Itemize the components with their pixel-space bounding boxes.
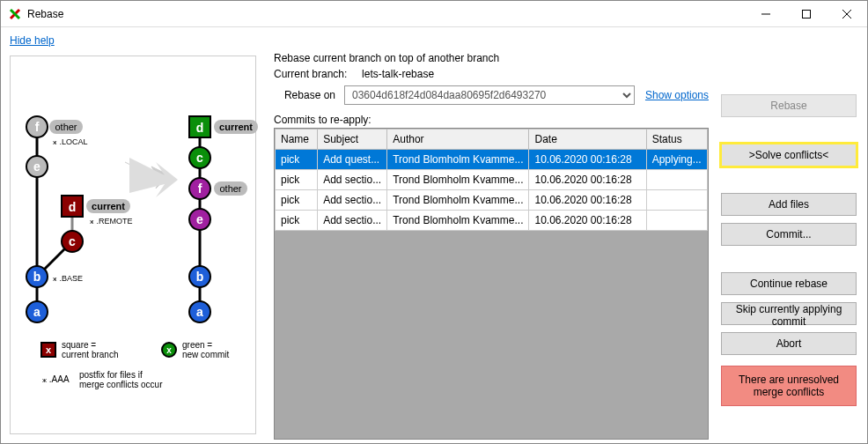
help-bar: Hide help: [1, 27, 867, 50]
svg-text:f: f: [35, 120, 40, 134]
cell-date: 10.06.2020 00:16:28: [529, 170, 646, 190]
current-branch-value: lets-talk-rebase: [362, 68, 434, 80]
continue-rebase-button[interactable]: Continue rebase: [721, 272, 857, 295]
svg-text:postfix for files if: postfix for files if: [79, 370, 143, 380]
table-row[interactable]: pickAdd quest...Trond Blomholm Kvamme...…: [276, 150, 708, 170]
svg-text:a: a: [196, 305, 203, 319]
col-author[interactable]: Author: [387, 130, 529, 150]
cell-subject: Add sectio...: [318, 190, 387, 211]
svg-text:b: b: [33, 270, 41, 284]
cell-author: Trond Blomholm Kvamme...: [387, 211, 529, 231]
rebase-button: Rebase: [721, 94, 857, 117]
svg-text:⁎ .BASE: ⁎ .BASE: [53, 274, 83, 283]
svg-rect-1: [803, 10, 811, 18]
svg-text:current: current: [219, 122, 253, 132]
svg-text:green =: green =: [182, 340, 212, 350]
cell-name: pick: [276, 190, 318, 211]
commits-label: Commits to re-apply:: [274, 114, 709, 126]
svg-marker-26: [129, 158, 178, 197]
cell-status: [646, 170, 707, 190]
svg-text:f: f: [198, 181, 202, 196]
col-status[interactable]: Status: [646, 130, 707, 150]
svg-text:e: e: [196, 212, 203, 226]
svg-text:x: x: [46, 344, 52, 355]
svg-text:⁎ .REMOTE: ⁎ .REMOTE: [90, 217, 133, 226]
hide-help-link[interactable]: Hide help: [10, 34, 55, 47]
skip-commit-button[interactable]: Skip currently applying commit: [721, 302, 857, 325]
abort-button[interactable]: Abort: [721, 332, 857, 355]
col-date[interactable]: Date: [529, 130, 646, 150]
svg-text:merge conflicts occur: merge conflicts occur: [79, 380, 163, 389]
table-row[interactable]: pickAdd sectio...Trond Blomholm Kvamme..…: [276, 211, 708, 231]
cell-name: pick: [276, 150, 318, 170]
solve-conflicts-button[interactable]: >Solve conflicts<: [721, 144, 857, 166]
svg-text:current: current: [92, 201, 125, 211]
cell-status: Applying...: [646, 150, 707, 170]
col-subject[interactable]: Subject: [318, 130, 387, 150]
table-row[interactable]: pickAdd sectio...Trond Blomholm Kvamme..…: [276, 170, 708, 190]
conflict-alert: There are unresolved merge conflicts: [721, 366, 857, 406]
col-name[interactable]: Name: [276, 130, 318, 150]
cell-date: 10.06.2020 00:16:28: [529, 190, 646, 211]
table-row[interactable]: pickAdd sectio...Trond Blomholm Kvamme..…: [276, 190, 708, 211]
svg-text:d: d: [196, 121, 204, 135]
svg-text:x: x: [166, 345, 172, 355]
cell-date: 10.06.2020 00:16:28: [529, 150, 646, 170]
cell-author: Trond Blomholm Kvamme...: [387, 150, 529, 170]
cell-status: [646, 211, 707, 231]
rebase-on-label: Rebase on: [274, 89, 344, 101]
svg-text:c: c: [196, 151, 203, 165]
cell-date: 10.06.2020 00:16:28: [529, 211, 646, 231]
svg-text:new commit: new commit: [182, 350, 230, 359]
svg-text:other: other: [219, 183, 241, 194]
cell-subject: Add quest...: [318, 150, 387, 170]
svg-text:⁎ .AAA: ⁎ .AAA: [42, 374, 70, 384]
cell-author: Trond Blomholm Kvamme...: [387, 170, 529, 190]
cell-name: pick: [276, 211, 318, 231]
cell-subject: Add sectio...: [318, 170, 387, 190]
help-graph: f other ⁎ .LOCAL e d current ⁎ .REMOTE c…: [10, 56, 256, 434]
svg-text:⁎ .LOCAL: ⁎ .LOCAL: [53, 137, 88, 146]
svg-text:d: d: [69, 200, 77, 214]
commits-table[interactable]: Name Subject Author Date Status pickAdd …: [275, 129, 708, 231]
svg-text:other: other: [55, 122, 77, 132]
commits-table-container: Name Subject Author Date Status pickAdd …: [274, 128, 709, 440]
add-files-button[interactable]: Add files: [721, 193, 857, 216]
titlebar: Rebase: [1, 1, 867, 27]
cell-author: Trond Blomholm Kvamme...: [387, 190, 529, 211]
cell-status: [646, 190, 707, 211]
app-icon: [8, 7, 22, 21]
svg-text:square =: square =: [62, 340, 96, 350]
svg-text:a: a: [33, 305, 40, 319]
rebase-on-select[interactable]: 03604d618f24d084daa80695f2d6493270: [344, 85, 635, 105]
cell-name: pick: [276, 170, 318, 190]
svg-text:c: c: [69, 234, 76, 248]
minimize-button[interactable]: [746, 1, 786, 27]
commit-button[interactable]: Commit...: [721, 223, 857, 246]
cell-subject: Add sectio...: [318, 211, 387, 231]
svg-text:b: b: [196, 270, 204, 284]
close-button[interactable]: [827, 1, 867, 27]
svg-text:e: e: [33, 159, 40, 174]
show-options-link[interactable]: Show options: [645, 89, 709, 101]
maximize-button[interactable]: [786, 1, 827, 27]
window-title: Rebase: [27, 8, 746, 20]
current-branch-label: Current branch:: [274, 68, 347, 80]
current-branch-row: Current branch: lets-talk-rebase: [274, 68, 709, 80]
svg-text:current branch: current branch: [62, 350, 118, 359]
instruction-label: Rebase current branch on top of another …: [274, 52, 709, 64]
